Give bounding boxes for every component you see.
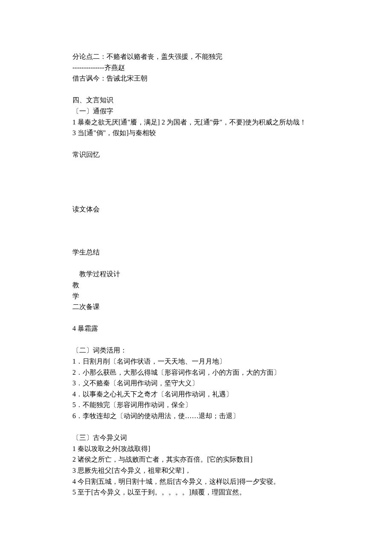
blank-line	[72, 422, 320, 433]
text-line: 学生总结	[72, 247, 320, 258]
text-line: 1 暴秦之欲无厌[通"餍，满足] 2 为国者，无[通"毋"，不要]使为积威之所劫…	[72, 117, 320, 128]
blank-line	[72, 258, 320, 269]
text-line: 教	[72, 280, 320, 291]
text-line: 读文体会	[72, 204, 320, 215]
subsection-heading: 〔二〕词类活用：	[72, 345, 320, 356]
blank-line	[72, 139, 320, 150]
subsection-heading: 〔三〕古今异义词	[72, 432, 320, 443]
text-line: 常识回忆	[72, 149, 320, 160]
list-item: 5．不能独完〔形容词用作动词，保全〕	[72, 399, 320, 410]
text-line: 借古讽今：告诫北宋王朝	[72, 73, 320, 84]
list-item: 3．义不赂秦〔名词用作动词，坚守大义〕	[72, 378, 320, 389]
text-line: 教学过程设计	[72, 269, 320, 280]
text-line: --------------齐燕赵	[72, 62, 320, 73]
list-item: 1．日割月削〔名词作状语，一天天地、一月月地〕	[72, 356, 320, 367]
list-item: 3 思厥先祖父[古今异义，祖辈和父辈]，	[72, 465, 320, 476]
blank-line	[72, 334, 320, 345]
list-item: 2．小那么获邑，大那么得城〔形容词作名词，小的方面，大的方面〕	[72, 367, 320, 378]
list-item: 2 诸侯之所亡，与战败而亡者，其实亦百倍。[它的实际数目]	[72, 454, 320, 465]
text-line: 学	[72, 291, 320, 302]
list-item: 5 至于[古今异义，以至于到。。。。。]颠覆，理固宜然。	[72, 487, 320, 498]
section-heading: 四、文言知识	[72, 95, 320, 106]
text-line: 4 暴霜露	[72, 323, 320, 334]
blank-space	[72, 214, 320, 247]
list-item: 4 今日割五城，明日割十城，然后[古今异义，这样以后]得一夕安寝。	[72, 476, 320, 487]
list-item: 1 秦以攻取之外[攻战取得]	[72, 443, 320, 454]
text-line: 二次备课	[72, 301, 320, 312]
document-page: 分论点二：不赂者以赂者丧，盖失强援，不能独完 --------------齐燕赵…	[0, 0, 392, 555]
list-item: 6．李牧连却之〔动词的使动用法，使……退却；击退〕	[72, 410, 320, 422]
blank-line	[72, 312, 320, 324]
subsection-heading: 〔一〕通假字	[72, 106, 320, 117]
text-line: 3 当[通"倘"，假如]与秦相较	[72, 127, 320, 139]
blank-space	[72, 160, 320, 193]
text-line: 分论点二：不赂者以赂者丧，盖失强援，不能独完	[72, 51, 320, 62]
blank-line	[72, 84, 320, 95]
list-item: 4．以事秦之心礼天下之奇才〔名词用作动词，礼遇〕	[72, 389, 320, 400]
blank-line	[72, 193, 320, 204]
